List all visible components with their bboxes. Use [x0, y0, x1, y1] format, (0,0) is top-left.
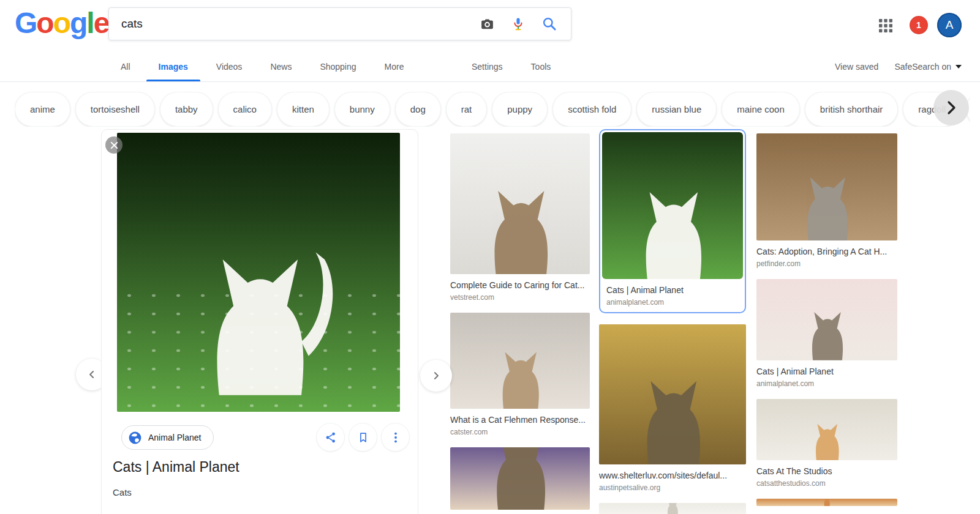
chip-tabby[interactable]: tabby [160, 92, 213, 127]
share-icon [324, 431, 337, 444]
chip-bunny[interactable]: bunny [334, 92, 390, 127]
chevron-right-icon [430, 370, 442, 382]
result-title: Cats | Animal Planet [606, 285, 743, 296]
link-view-saved[interactable]: View saved [835, 62, 878, 72]
tab-all[interactable]: All [119, 52, 132, 81]
camera-search-button[interactable] [480, 17, 495, 32]
cat-photo-placeholder [777, 157, 877, 241]
tab-settings[interactable]: Settings [470, 52, 504, 81]
search-submit-button[interactable] [541, 16, 557, 32]
chip-maine-coon[interactable]: maine coon [722, 92, 800, 127]
bookmark-icon [356, 431, 370, 444]
result-thumbnail[interactable] [599, 324, 746, 464]
result-thumbnail[interactable] [756, 133, 897, 240]
image-result-card[interactable] [756, 499, 897, 506]
chevron-left-icon [86, 368, 98, 381]
google-logo: Google [15, 6, 108, 40]
result-thumbnail[interactable] [450, 133, 590, 274]
preview-subtitle: Cats [113, 487, 132, 497]
next-image-button[interactable] [420, 360, 452, 392]
image-result-card[interactable]: www.shelterluv.com/sites/defaul... austi… [599, 324, 746, 492]
tabs-primary: AllImagesVideosNewsShoppingMore [119, 52, 405, 81]
close-preview-button[interactable] [105, 136, 123, 154]
result-domain: austinpetsalive.org [599, 483, 746, 492]
globe-icon [127, 430, 143, 445]
chips-next-button[interactable] [933, 90, 969, 125]
result-domain: vetstreet.com [450, 293, 590, 302]
cat-photo-placeholder [475, 334, 565, 409]
cat-photo-placeholder [460, 447, 580, 510]
result-thumbnail[interactable] [450, 447, 590, 510]
result-thumbnail[interactable] [756, 399, 897, 460]
result-thumbnail[interactable] [756, 499, 897, 506]
result-title: Cats: Adoption, Bringing A Cat H... [756, 246, 897, 257]
tab-tools[interactable]: Tools [530, 52, 552, 81]
cat-photo-placeholder [604, 165, 742, 279]
tab-more[interactable]: More [383, 52, 405, 81]
voice-search-button[interactable] [511, 16, 526, 32]
notification-badge[interactable]: 1 [910, 16, 928, 34]
chip-british-shorthair[interactable]: british shorthair [805, 92, 899, 127]
chip-rat[interactable]: rat [446, 92, 488, 127]
result-thumbnail[interactable] [602, 132, 743, 279]
search-icon [541, 16, 557, 32]
result-thumbnail[interactable] [756, 279, 897, 360]
image-result-card[interactable]: Complete Guide to Caring for Cat... vets… [450, 133, 590, 302]
more-options-button[interactable] [381, 423, 410, 452]
image-result-card[interactable]: Cats | Animal Planet animalplanet.com [599, 129, 746, 313]
chip-puppy[interactable]: puppy [492, 92, 548, 127]
grid-column-2: Cats: Adoption, Bringing A Cat H... petf… [756, 133, 897, 506]
header-links: View savedSafeSearch on [835, 52, 962, 81]
source-pill[interactable]: Animal Planet [121, 425, 214, 450]
result-domain: animalplanet.com [756, 379, 897, 388]
bookmark-button[interactable] [349, 423, 377, 452]
result-title: Cats At The Studios [756, 466, 897, 477]
tab-videos[interactable]: Videos [215, 52, 244, 81]
close-icon [110, 141, 118, 149]
link-safesearch-on[interactable]: SafeSearch on [894, 62, 962, 72]
image-result-card[interactable] [599, 503, 746, 514]
apps-grid-button[interactable] [878, 18, 894, 34]
result-title: What is a Cat Flehmen Response... [450, 414, 590, 425]
result-title: Cats | Animal Planet [756, 366, 897, 377]
result-title: www.shelterluv.com/sites/defaul... [599, 470, 746, 481]
chip-dog[interactable]: dog [395, 92, 441, 127]
grid-column-0: Complete Guide to Caring for Cat... vets… [450, 133, 590, 510]
preview-title: Cats | Animal Planet [113, 459, 239, 475]
cat-photo-placeholder [454, 165, 586, 274]
chip-calico[interactable]: calico [218, 92, 272, 127]
tab-images[interactable]: Images [157, 52, 189, 81]
mic-icon [511, 16, 526, 32]
search-input[interactable] [121, 17, 480, 31]
chip-russian-blue[interactable]: russian blue [636, 92, 717, 127]
chip-scottish-fold[interactable]: scottish fold [552, 92, 631, 127]
related-searches-chips: animetortoiseshelltabbycalicokittenbunny… [15, 92, 970, 127]
share-button[interactable] [316, 423, 345, 452]
header: Google [0, 0, 980, 82]
chip-tortoiseshell[interactable]: tortoiseshell [75, 92, 155, 127]
image-result-card[interactable]: Cats At The Studios catsatthestudios.com [756, 399, 897, 488]
camera-icon [480, 17, 495, 32]
result-domain: catster.com [450, 428, 590, 436]
avatar[interactable]: A [937, 13, 962, 37]
preview-image[interactable] [117, 133, 400, 412]
tab-shopping[interactable]: Shopping [318, 52, 357, 81]
result-title: Complete Guide to Caring for Cat... [450, 280, 590, 291]
result-thumbnail[interactable] [599, 503, 746, 514]
image-result-card[interactable]: What is a Cat Flehmen Response... catste… [450, 313, 590, 436]
result-domain: animalplanet.com [606, 298, 743, 307]
tab-news[interactable]: News [269, 52, 293, 81]
chip-anime[interactable]: anime [15, 92, 70, 127]
result-domain: catsatthestudios.com [756, 479, 897, 488]
tabs-secondary: SettingsTools [470, 52, 552, 81]
more-vertical-icon [389, 431, 402, 444]
image-result-card[interactable]: Cats | Animal Planet animalplanet.com [756, 279, 897, 388]
source-label: Animal Planet [148, 433, 201, 442]
chip-kitten[interactable]: kitten [277, 92, 330, 127]
image-result-card[interactable]: Cats: Adoption, Bringing A Cat H... petf… [756, 133, 897, 268]
result-domain: petfinder.com [756, 259, 897, 268]
caret-down-icon [956, 65, 962, 69]
result-thumbnail[interactable] [450, 313, 590, 409]
chevron-right-icon [944, 100, 958, 116]
image-result-card[interactable] [450, 447, 590, 510]
